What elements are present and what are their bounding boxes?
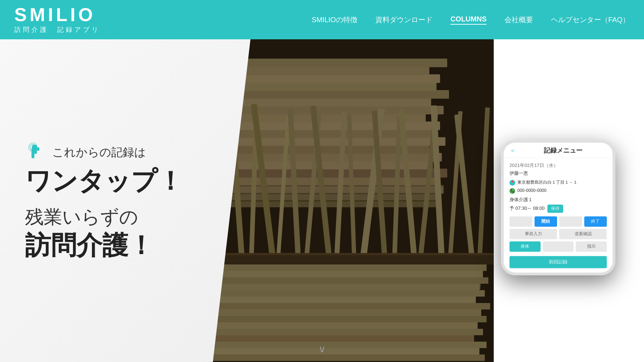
phone-back-button[interactable]: ＜: [509, 146, 516, 155]
site-header: SMILIO 訪問介護 記録アプリ SMILIOの特徴 資料ダウンロード COL…: [0, 0, 644, 39]
phone-spacer: [543, 241, 574, 252]
phone-screen-title: 記録メニュー: [519, 146, 607, 155]
phone-input-confirm-row: 事前入力 道案確認: [509, 229, 607, 239]
phone-body: 2021年02月17日（水） 伊藤一恵 📍 東京都豊島区白白１丁目１－１ 📞 0…: [504, 158, 613, 272]
phone-placeholder-btn[interactable]: [509, 216, 532, 227]
logo-title: SMILIO: [14, 5, 100, 24]
phone-body-button[interactable]: 身体: [509, 241, 541, 252]
hero-big-text-1: ワンタップ！: [25, 167, 225, 195]
phone-start-end-row: 開始 終了: [509, 216, 607, 227]
phone-date: 2021年02月17日（水）: [509, 162, 607, 169]
chevron-down-icon: ∨: [318, 343, 326, 354]
phone-screen: ＜ 記録メニュー 2021年02月17日（水） 伊藤一恵 📍 東京都豊島区白白１…: [504, 143, 613, 272]
hero-medium-text: 残業いらずの: [25, 206, 225, 228]
phone-body-notice-row: 身体 指示: [509, 241, 607, 252]
scroll-indicator[interactable]: ∨: [318, 343, 326, 355]
nav-item-download[interactable]: 資料ダウンロード: [375, 15, 433, 25]
logo-area: SMILIO 訪問介護 記録アプリ: [14, 5, 100, 34]
phone-address-row: 📍 東京都豊島区白白１丁目１－１: [509, 179, 607, 185]
phone-time-row: 予 07:30～ 08:00 保存: [509, 204, 607, 213]
hero-section: これからの記録は ワンタップ！ 残業いらずの 訪問介護！ ＜ 記録メニュー 20…: [0, 39, 644, 362]
hero-small-text: これからの記録は: [52, 145, 146, 160]
nav-item-columns[interactable]: COLUMNS: [450, 15, 487, 25]
phone-confirm-button[interactable]: 道案確認: [559, 229, 607, 239]
phone-service-name: 身体介護１: [509, 197, 607, 203]
phone-header: ＜ 記録メニュー: [504, 143, 613, 158]
phone-notice-button[interactable]: 指示: [576, 241, 607, 252]
phone-input-button[interactable]: 事前入力: [509, 229, 557, 239]
hero-big-text-2: 訪問介護！: [25, 231, 225, 259]
phone-time-text: 予 07:30～ 08:00: [509, 205, 545, 212]
phone-end-button[interactable]: 終了: [584, 216, 607, 227]
main-nav: SMILIOの特徴 資料ダウンロード COLUMNS 会社概要 ヘルプセンター（…: [312, 15, 630, 25]
phone-patient-name: 伊藤一恵: [509, 170, 607, 177]
phone-phone-row: 📞 000-0000-0000: [509, 188, 607, 194]
logo-subtitle: 訪問介護 記録アプリ: [14, 25, 100, 34]
phone-save-button[interactable]: 保存: [547, 204, 563, 213]
phone-frame: ＜ 記録メニュー 2021年02月17日（水） 伊藤一恵 📍 東京都豊島区白白１…: [501, 140, 615, 275]
nav-item-features[interactable]: SMILIOの特徴: [312, 15, 357, 25]
phone-number-text: 000-0000-0000: [517, 188, 546, 194]
phone-mockup: ＜ 記録メニュー 2021年02月17日（水） 伊藤一恵 📍 東京都豊島区白白１…: [501, 140, 615, 275]
phone-call-icon: 📞: [509, 188, 515, 194]
phone-start-button[interactable]: 開始: [535, 216, 557, 227]
nav-item-help[interactable]: ヘルプセンター（FAQ）: [551, 15, 630, 25]
phone-placeholder-btn2[interactable]: [559, 216, 582, 227]
phone-address-text: 東京都豊島区白白１丁目１－１: [517, 179, 577, 185]
tap-icon-area: これからの記録は: [25, 142, 225, 163]
finger-tap-icon: [25, 142, 47, 163]
hero-content: これからの記録は ワンタップ！ 残業いらずの 訪問介護！: [0, 39, 250, 362]
phone-prev-button[interactable]: 前回記録: [509, 256, 607, 268]
phone-location-icon: 📍: [509, 180, 515, 185]
nav-item-about[interactable]: 会社概要: [504, 15, 533, 25]
